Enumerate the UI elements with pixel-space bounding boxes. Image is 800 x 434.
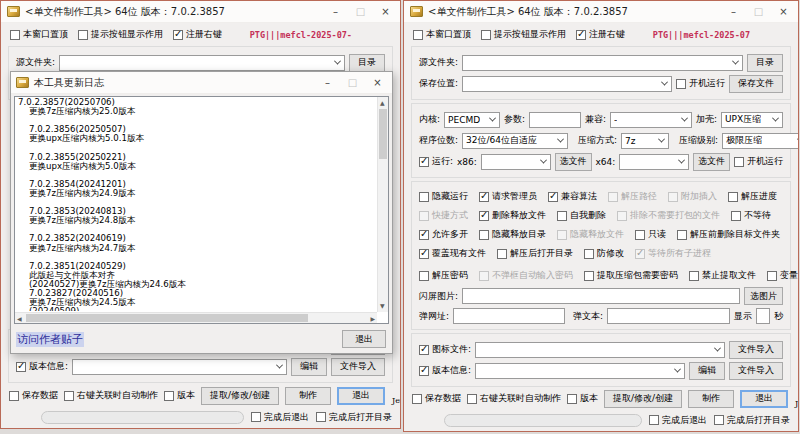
checkbox-save-data[interactable]: 保存数据 — [9, 389, 58, 402]
update-log-textarea[interactable]: 7.0.2.3857(20250706) 更换7z压缩内核为25.0版本 7.0… — [14, 96, 389, 324]
checkbox-open-dir-after-extract[interactable]: 解压后打开目录 — [497, 247, 573, 260]
maximize-button[interactable]: □ — [746, 3, 771, 21]
checkbox-extract-password[interactable]: 解压密码 — [419, 269, 468, 282]
about-author[interactable]: 关于JexChan — [392, 386, 401, 405]
extract-modify-create-button[interactable]: 提取/修改/创建 — [604, 390, 682, 408]
make-button[interactable]: 制作 — [285, 387, 331, 405]
close-button[interactable]: × — [373, 3, 398, 21]
checkbox-delete-target-before-extract[interactable]: 解压前删除目标文件夹 — [677, 228, 780, 241]
checkbox-hide-run[interactable]: 隐藏运行 — [419, 190, 468, 203]
minimize-button[interactable]: – — [721, 3, 746, 21]
maximize-button[interactable]: □ — [340, 74, 365, 92]
compress-method-select[interactable]: 7z — [621, 133, 669, 149]
checkbox-icon — [412, 394, 422, 404]
show-seconds-input[interactable] — [756, 308, 770, 324]
version-info-select[interactable] — [475, 363, 685, 379]
x86-pick-file-button[interactable]: 选文件 — [555, 153, 592, 171]
x86-file-select[interactable] — [481, 154, 551, 170]
minimize-button[interactable]: – — [315, 74, 340, 92]
vertical-scrollbar-thumb[interactable] — [379, 109, 387, 159]
minimize-button[interactable]: – — [323, 3, 348, 21]
x64-pick-file-button[interactable]: 选文件 — [693, 153, 730, 171]
params-input[interactable] — [529, 112, 581, 128]
checkbox-version[interactable]: 版本 — [567, 392, 598, 405]
splash-image-input[interactable] — [462, 288, 740, 304]
about-author[interactable]: 关于JexChan — [795, 389, 799, 408]
checkbox-register-rightclick[interactable]: 注册右键 — [576, 28, 625, 41]
author-post-link[interactable]: 访问作者贴子 — [16, 332, 84, 347]
source-folder-select[interactable] — [462, 55, 743, 71]
checkbox-request-admin[interactable]: 请求管理员 — [479, 190, 537, 203]
bitness-select[interactable]: 32位/64位自适应 — [462, 133, 568, 149]
extract-modify-create-button[interactable]: 提取/修改/创建 — [201, 387, 279, 405]
kernel-select[interactable]: PECMD — [444, 112, 500, 128]
scroll-left-icon[interactable]: ◀ — [17, 316, 22, 322]
checkbox-hide-release-dir[interactable]: 隐藏释放目录 — [479, 228, 546, 241]
checkbox-run[interactable]: 运行: — [419, 155, 453, 168]
checkbox-overwrite-existing[interactable]: 覆盖现有文件 — [419, 247, 486, 260]
checkbox-autorun-2[interactable]: 开机运行 — [734, 155, 783, 168]
maximize-button[interactable]: □ — [348, 3, 373, 21]
checkbox-button-tips[interactable]: 提示按钮显示作用 — [78, 28, 163, 41]
checkbox-read-only[interactable]: 只读 — [635, 228, 666, 241]
checkbox-register-rightclick[interactable]: 注册右键 — [173, 28, 222, 41]
packer-select[interactable]: UPX压缩 — [721, 112, 783, 128]
save-location-select[interactable] — [462, 76, 672, 92]
exit-button[interactable]: 退出 — [337, 387, 385, 405]
scroll-up-icon[interactable]: ▲ — [380, 100, 385, 106]
checkbox-extract-progress[interactable]: 解压进度 — [728, 190, 777, 203]
x64-file-select[interactable] — [619, 154, 689, 170]
checkbox-open-dir-when-done[interactable]: 完成后打开目录 — [316, 411, 392, 424]
horizontal-scrollbar[interactable]: ◀ ▶ — [15, 312, 377, 323]
pick-image-button[interactable]: 选图片 — [744, 287, 783, 305]
checkbox-open-dir-when-done[interactable]: 完成后打开目录 — [714, 414, 790, 427]
checkbox-button-tips[interactable]: 提示按钮显示作用 — [481, 28, 566, 41]
checkbox-exit-when-done[interactable]: 完成后退出 — [649, 414, 707, 427]
version-edit-button[interactable]: 编辑 — [291, 358, 327, 376]
exit-button[interactable]: 退出 — [740, 390, 788, 408]
dir-button[interactable]: 目录 — [747, 54, 783, 72]
checkbox-auto-make[interactable]: 右键关联时自动制作 — [64, 389, 158, 402]
checkbox-icon-file[interactable]: 图标文件: — [419, 343, 471, 356]
icon-file-select[interactable] — [475, 342, 725, 358]
checkbox-version-info[interactable]: 版本信息: — [16, 360, 68, 373]
close-button[interactable]: × — [771, 3, 796, 21]
compat-select[interactable]: - — [610, 112, 692, 128]
checkbox-no-wait[interactable]: 不等待 — [731, 209, 771, 222]
checkbox-allow-multi-instance[interactable]: 允许多开 — [419, 228, 468, 241]
scroll-down-icon[interactable]: ▼ — [380, 303, 385, 309]
make-button[interactable]: 制作 — [688, 390, 734, 408]
checkbox-self-delete[interactable]: 自我删除 — [557, 209, 606, 222]
checkbox-version-info[interactable]: 版本信息: — [419, 364, 471, 377]
checkbox-package-needs-password[interactable]: 提取压缩包需要密码 — [584, 269, 678, 282]
close-button[interactable]: × — [365, 74, 390, 92]
checkbox-anti-modify[interactable]: 防修改 — [584, 247, 624, 260]
version-edit-button[interactable]: 编辑 — [689, 362, 725, 380]
source-folder-select[interactable] — [59, 55, 345, 71]
checkbox-auto-make[interactable]: 右键关联时自动制作 — [467, 392, 561, 405]
checkbox-icon — [173, 30, 183, 40]
checkbox-compat-algorithm[interactable]: 兼容算法 — [548, 190, 597, 203]
dialog-exit-button[interactable]: 退出 — [342, 330, 386, 348]
checkbox-pin-window[interactable]: 本窗口置顶 — [10, 28, 68, 41]
icon-import-button[interactable]: 文件导入 — [729, 341, 783, 359]
horizontal-scrollbar-thumb[interactable] — [26, 314, 308, 322]
version-import-button[interactable]: 文件导入 — [729, 362, 783, 380]
popup-url-input[interactable] — [453, 308, 565, 324]
checkbox-autorun[interactable]: 开机运行 — [676, 77, 725, 90]
save-file-button[interactable]: 保存文件 — [729, 75, 783, 93]
dir-button[interactable]: 目录 — [349, 54, 385, 72]
checkbox-version[interactable]: 版本 — [164, 389, 195, 402]
compress-level-select[interactable]: 极限压缩 — [722, 133, 799, 149]
checkbox-pin-window[interactable]: 本窗口置顶 — [413, 28, 471, 41]
checkbox-exit-when-done[interactable]: 完成后退出 — [251, 411, 309, 424]
vertical-scrollbar[interactable]: ▲ ▼ — [377, 97, 388, 312]
checkbox-delete-released-files[interactable]: 删除释放文件 — [479, 209, 546, 222]
scroll-right-icon[interactable]: ▶ — [370, 316, 375, 322]
checkbox-save-data[interactable]: 保存数据 — [412, 392, 461, 405]
version-import-button[interactable]: 文件导入 — [331, 358, 385, 376]
version-info-select[interactable] — [72, 359, 287, 375]
popup-text-input[interactable] — [607, 308, 730, 324]
checkbox-variable[interactable]: 变量 — [767, 269, 798, 282]
checkbox-forbid-extract-files[interactable]: 禁止提取文件 — [689, 269, 756, 282]
